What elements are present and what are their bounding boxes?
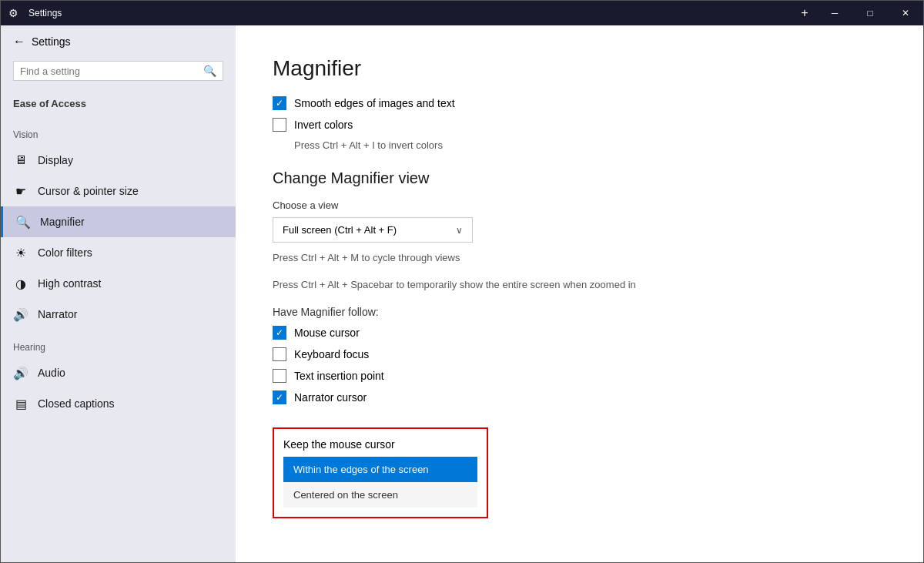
- smooth-edges-label: Smooth edges of images and text: [294, 97, 455, 109]
- back-label: Settings: [32, 35, 71, 48]
- spacebar-hint: Press Ctrl + Alt + Spacebar to temporari…: [273, 279, 886, 290]
- sidebar-item-high-contrast[interactable]: ◑ High contrast: [1, 268, 236, 299]
- titlebar: ⚙ Settings + ─ □ ✕: [1, 1, 923, 25]
- chevron-down-icon: ∨: [456, 225, 463, 236]
- maximize-button[interactable]: □: [852, 1, 888, 25]
- sidebar-item-audio-label: Audio: [38, 367, 65, 379]
- option-centered[interactable]: Centered on the screen: [283, 482, 477, 508]
- audio-icon: 🔊: [13, 365, 28, 380]
- narrator-cursor-row: ✓ Narrator cursor: [273, 390, 886, 404]
- app-icon: ⚙: [1, 1, 25, 25]
- sidebar-item-magnifier-label: Magnifier: [40, 216, 85, 228]
- keyboard-focus-row: Keyboard focus: [273, 347, 886, 361]
- narrator-cursor-label: Narrator cursor: [294, 391, 367, 404]
- sidebar-item-audio[interactable]: 🔊 Audio: [1, 357, 236, 388]
- keyboard-focus-checkbox[interactable]: [273, 347, 286, 361]
- search-icon: 🔍: [203, 65, 216, 77]
- mouse-cursor-checkbox[interactable]: ✓: [273, 326, 286, 340]
- follow-label: Have Magnifier follow:: [273, 306, 886, 318]
- vision-section-label: Vision: [1, 117, 236, 145]
- choose-view-label: Choose a view: [273, 199, 886, 211]
- sidebar-item-color-filters[interactable]: ☀ Color filters: [1, 237, 236, 268]
- color-filters-icon: ☀: [13, 245, 28, 260]
- sidebar-item-display[interactable]: 🖥 Display: [1, 145, 236, 176]
- sidebar-item-magnifier[interactable]: 🔍 Magnifier: [1, 206, 236, 237]
- text-insertion-label: Text insertion point: [294, 370, 384, 382]
- mouse-cursor-label: Mouse cursor: [294, 327, 360, 339]
- narrator-icon: 🔊: [13, 307, 28, 322]
- smooth-edges-checkbox[interactable]: ✓: [273, 96, 286, 110]
- narrator-cursor-checkbox[interactable]: ✓: [273, 390, 286, 404]
- sidebar-item-narrator[interactable]: 🔊 Narrator: [1, 299, 236, 330]
- hearing-section-label: Hearing: [1, 330, 236, 357]
- app-layout: ← Settings 🔍 Ease of Access Vision 🖥 Dis…: [1, 25, 923, 562]
- close-button[interactable]: ✕: [888, 1, 923, 25]
- window-title: Settings: [25, 8, 792, 18]
- view-dropdown[interactable]: Full screen (Ctrl + Alt + F) ∨: [273, 217, 473, 243]
- search-input[interactable]: [20, 65, 199, 77]
- ease-of-access-label: Ease of Access: [1, 93, 236, 117]
- view-dropdown-value: Full screen (Ctrl + Alt + F): [283, 224, 397, 236]
- smooth-edges-row: ✓ Smooth edges of images and text: [273, 96, 886, 110]
- window-controls: ─ □ ✕: [817, 1, 923, 25]
- keyboard-focus-label: Keyboard focus: [294, 348, 369, 360]
- text-insertion-checkbox[interactable]: [273, 369, 286, 383]
- display-icon: 🖥: [13, 152, 28, 168]
- page-title: Magnifier: [273, 56, 886, 81]
- magnifier-icon: 🔍: [15, 214, 31, 230]
- invert-colors-hint: Press Ctrl + Alt + I to invert colors: [294, 139, 886, 151]
- sidebar-item-closed-captions-label: Closed captions: [38, 397, 115, 410]
- sidebar-item-narrator-label: Narrator: [38, 308, 77, 320]
- keep-cursor-box: Keep the mouse cursor Within the edges o…: [273, 427, 488, 518]
- sidebar-item-cursor[interactable]: ☛ Cursor & pointer size: [1, 176, 236, 206]
- option-within-edges[interactable]: Within the edges of the screen: [283, 457, 477, 482]
- cycle-hint: Press Ctrl + Alt + M to cycle through vi…: [273, 252, 886, 263]
- invert-colors-row: Invert colors: [273, 118, 886, 132]
- invert-colors-checkbox[interactable]: [273, 118, 286, 132]
- back-button[interactable]: ← Settings: [1, 25, 236, 58]
- search-box[interactable]: 🔍: [13, 61, 223, 81]
- minimize-button[interactable]: ─: [817, 1, 852, 25]
- sidebar-item-display-label: Display: [38, 154, 73, 166]
- window: ⚙ Settings + ─ □ ✕ ← Settings 🔍 Ease of …: [0, 0, 924, 563]
- high-contrast-icon: ◑: [13, 276, 28, 291]
- keep-cursor-label: Keep the mouse cursor: [283, 438, 477, 451]
- main-content: Magnifier ✓ Smooth edges of images and t…: [236, 25, 923, 562]
- closed-captions-icon: ▤: [13, 396, 28, 411]
- mouse-cursor-row: ✓ Mouse cursor: [273, 326, 886, 340]
- sidebar-item-closed-captions[interactable]: ▤ Closed captions: [1, 388, 236, 419]
- sidebar: ← Settings 🔍 Ease of Access Vision 🖥 Dis…: [1, 25, 236, 562]
- sidebar-item-high-contrast-label: High contrast: [38, 277, 101, 290]
- back-arrow-icon: ←: [13, 35, 25, 49]
- sidebar-item-cursor-label: Cursor & pointer size: [38, 185, 139, 197]
- invert-colors-label: Invert colors: [294, 119, 353, 131]
- sidebar-item-color-filters-label: Color filters: [38, 246, 92, 259]
- change-view-heading: Change Magnifier view: [273, 169, 886, 187]
- new-tab-button[interactable]: +: [792, 1, 817, 25]
- cursor-icon: ☛: [13, 183, 28, 199]
- text-insertion-row: Text insertion point: [273, 369, 886, 383]
